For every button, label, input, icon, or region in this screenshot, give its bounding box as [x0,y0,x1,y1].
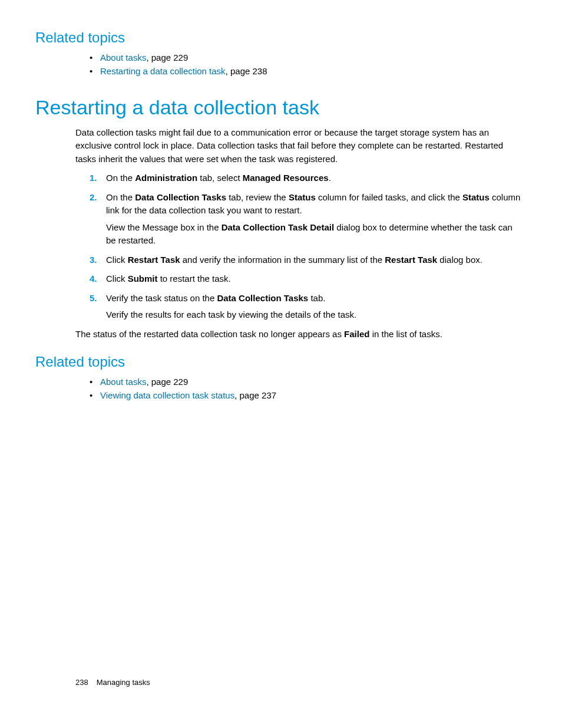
text: The status of the restarted data collect… [75,329,344,339]
bold-term: Managed Resources [243,173,329,183]
link-viewing-status[interactable]: Viewing data collection task status [100,390,234,400]
text: Click [106,274,128,284]
step-3: Click Restart Task and verify the inform… [90,253,521,267]
related-topics-heading-1: Related topics [35,29,527,46]
bold-term: Restart Task [385,255,437,265]
bold-term: Restart Task [128,255,180,265]
bold-term: Data Collection Task Detail [222,222,334,232]
related-topics-heading-2: Related topics [35,354,527,370]
related-topics-list-2: About tasks, page 229 Viewing data colle… [90,375,527,403]
step-2: On the Data Collection Tasks tab, review… [90,191,521,248]
text: Click [106,255,128,265]
step-4: Click Submit to restart the task. [90,272,521,286]
step-2-sub: View the Message box in the Data Collect… [106,221,521,248]
link-suffix: , page 229 [146,52,188,62]
page-title: Restarting a data collection task [35,96,527,119]
text: to restart the task. [158,274,231,284]
list-item: About tasks, page 229 [90,375,527,388]
text: column for failed tasks, and click the [316,192,462,202]
step-5: Verify the task status on the Data Colle… [90,292,521,322]
bold-term: Submit [128,274,158,284]
list-item: Viewing data collection task status, pag… [90,388,527,402]
link-restarting-task[interactable]: Restarting a data collection task [100,66,226,76]
link-about-tasks[interactable]: About tasks [100,52,146,62]
text: On the [106,173,135,183]
related-topics-list-1: About tasks, page 229 Restarting a data … [90,51,527,78]
text: and verify the information in the summar… [180,255,385,265]
text: On the [106,192,135,202]
page-footer: 238Managing tasks [75,678,150,687]
footer-section: Managing tasks [97,678,150,687]
bold-term: Status [289,192,316,202]
text: in the list of tasks. [369,329,442,339]
text: dialog box. [437,255,482,265]
bold-term: Data Collection Tasks [135,192,226,202]
text: tab, review the [226,192,289,202]
link-about-tasks-2[interactable]: About tasks [100,377,146,387]
step-5-sub: Verify the results for each task by view… [106,308,521,322]
bold-term: Administration [135,173,197,183]
text: tab. [308,293,325,303]
text: . [329,173,331,183]
bold-term: Failed [344,329,369,339]
bold-term: Status [462,192,490,202]
page-number: 238 [75,678,88,687]
step-1: On the Administration tab, select Manage… [90,172,521,185]
text: tab, select [197,173,243,183]
list-item: About tasks, page 229 [90,51,527,64]
link-suffix: , page 237 [234,390,276,400]
intro-paragraph: Data collection tasks might fail due to … [75,126,521,166]
text: Verify the task status on the [106,293,217,303]
closing-paragraph: The status of the restarted data collect… [75,328,521,341]
link-suffix: , page 238 [226,66,267,76]
text: View the Message box in the [106,222,222,232]
list-item: Restarting a data collection task, page … [90,64,527,78]
bold-term: Data Collection Tasks [217,293,308,303]
procedure-steps: On the Administration tab, select Manage… [90,172,521,322]
link-suffix: , page 229 [146,377,188,387]
